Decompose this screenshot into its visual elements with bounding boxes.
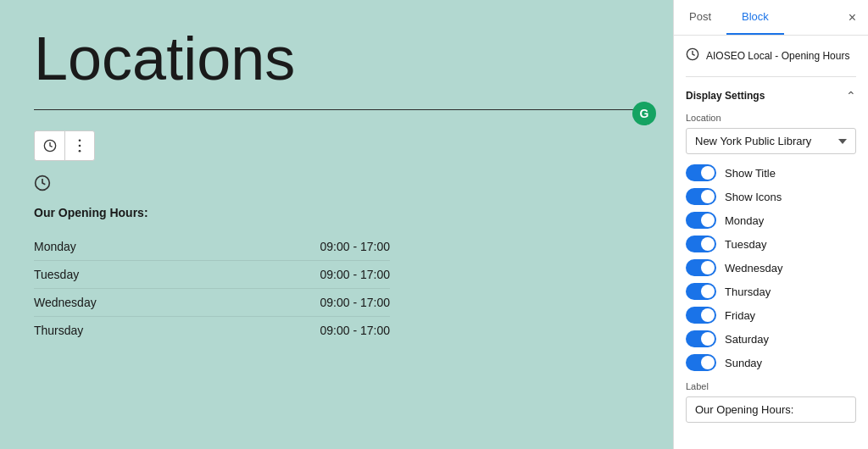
opening-hours-title: Our Opening Hours: bbox=[34, 206, 639, 219]
toggle-label-saturday: Saturday bbox=[725, 333, 769, 346]
sidebar-body: AIOSEO Local - Opening Hours Display Set… bbox=[674, 36, 868, 449]
label-field-label: Label bbox=[686, 381, 856, 391]
toggle-label-show-icons: Show Icons bbox=[725, 191, 782, 203]
table-row: Thursday09:00 - 17:00 bbox=[34, 317, 390, 344]
location-label: Location bbox=[686, 113, 856, 123]
location-select[interactable]: New York Public LibraryOther Location bbox=[686, 128, 856, 154]
label-text-input[interactable] bbox=[686, 396, 856, 423]
table-row: Monday09:00 - 17:00 bbox=[34, 233, 390, 261]
display-settings-title: Display Settings bbox=[686, 90, 765, 102]
toggle-label-monday: Monday bbox=[725, 214, 764, 227]
toggle-row-show-title: Show Title bbox=[686, 164, 856, 181]
display-settings-header: Display Settings ⌃ bbox=[686, 89, 856, 103]
toggle-label-sunday: Sunday bbox=[725, 357, 762, 369]
toggle-row-saturday: Saturday bbox=[686, 330, 856, 347]
svg-point-2 bbox=[79, 145, 81, 147]
svg-point-3 bbox=[79, 150, 81, 152]
day-hours: 09:00 - 17:00 bbox=[320, 324, 390, 337]
toggle-row-sunday: Sunday bbox=[686, 354, 856, 371]
toggle-sunday[interactable] bbox=[686, 354, 716, 371]
toggle-show-icons[interactable] bbox=[686, 188, 716, 205]
toggle-monday[interactable] bbox=[686, 212, 716, 229]
block-toolbar bbox=[34, 130, 639, 161]
day-name: Tuesday bbox=[34, 268, 79, 281]
toggle-label-show-title: Show Title bbox=[725, 167, 776, 180]
tab-post[interactable]: Post bbox=[674, 0, 726, 35]
toggle-label-thursday: Thursday bbox=[725, 285, 771, 298]
toggle-thursday[interactable] bbox=[686, 283, 716, 300]
page-title: Locations bbox=[34, 25, 639, 92]
toggle-show-title[interactable] bbox=[686, 164, 716, 181]
day-name: Wednesday bbox=[34, 296, 97, 309]
label-field-row: Label bbox=[686, 381, 856, 423]
svg-point-1 bbox=[79, 140, 81, 142]
block-info-label: AIOSEO Local - Opening Hours bbox=[706, 50, 849, 62]
toggle-row-wednesday: Wednesday bbox=[686, 259, 856, 276]
toggle-row-thursday: Thursday bbox=[686, 283, 856, 300]
toggle-label-wednesday: Wednesday bbox=[725, 262, 782, 274]
sidebar-header: Post Block × bbox=[674, 0, 868, 36]
main-content: Locations Our Opening Hours: Monday09:00… bbox=[0, 0, 673, 449]
sidebar: Post Block × AIOSEO Local - Opening Hour… bbox=[673, 0, 868, 449]
close-button[interactable]: × bbox=[845, 7, 860, 29]
day-hours: 09:00 - 17:00 bbox=[320, 240, 390, 253]
toggle-saturday[interactable] bbox=[686, 330, 716, 347]
day-hours: 09:00 - 17:00 bbox=[320, 268, 390, 281]
toggle-row-show-icons: Show Icons bbox=[686, 188, 856, 205]
tab-block[interactable]: Block bbox=[726, 0, 784, 35]
grammarly-button[interactable]: G bbox=[632, 102, 656, 125]
block-clock-icon bbox=[686, 47, 699, 64]
day-name: Thursday bbox=[34, 324, 83, 337]
more-options-button[interactable] bbox=[64, 130, 95, 161]
block-info: AIOSEO Local - Opening Hours bbox=[686, 47, 856, 77]
table-row: Wednesday09:00 - 17:00 bbox=[34, 289, 390, 317]
day-name: Monday bbox=[34, 240, 76, 253]
hours-table: Monday09:00 - 17:00Tuesday09:00 - 17:00W… bbox=[34, 233, 390, 344]
toggle-label-friday: Friday bbox=[725, 309, 755, 322]
collapse-button[interactable]: ⌃ bbox=[846, 89, 856, 103]
toggle-friday[interactable] bbox=[686, 307, 716, 324]
toggle-row-tuesday: Tuesday bbox=[686, 236, 856, 252]
toggle-row-friday: Friday bbox=[686, 307, 856, 324]
table-row: Tuesday09:00 - 17:00 bbox=[34, 261, 390, 289]
toggle-wednesday[interactable] bbox=[686, 259, 716, 276]
toggle-tuesday[interactable] bbox=[686, 236, 716, 252]
day-hours: 09:00 - 17:00 bbox=[320, 296, 390, 309]
toggle-label-tuesday: Tuesday bbox=[725, 238, 766, 251]
toggle-row-monday: Monday bbox=[686, 212, 856, 229]
clock-toolbar-button[interactable] bbox=[34, 130, 64, 161]
clock-icon bbox=[34, 175, 639, 196]
divider bbox=[34, 109, 639, 110]
toggles-container: Show Title Show Icons Monday Tuesday bbox=[686, 164, 856, 371]
